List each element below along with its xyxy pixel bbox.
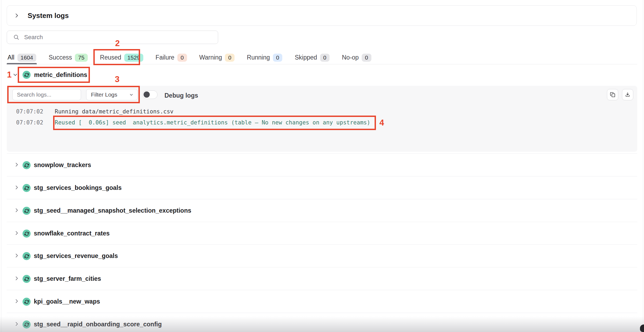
list-item-name: stg_services_bookings_goals	[34, 184, 122, 191]
expanded-item-name[interactable]: metric_definitions	[34, 71, 87, 79]
list-item[interactable]: snowflake_contract_rates	[7, 222, 637, 245]
tab-success[interactable]: Success 75	[49, 51, 87, 64]
reused-seed-icon	[23, 184, 31, 192]
reused-seed-icon	[23, 71, 31, 79]
log-panel: Filter Logs Debug logs 07:07:02 Running …	[7, 86, 637, 152]
download-logs-button[interactable]	[622, 89, 633, 100]
debug-logs-label: Debug logs	[164, 92, 198, 99]
reused-seed-icon	[23, 207, 31, 215]
tab-count-badge: 0	[225, 54, 235, 62]
tab-count-badge: 0	[177, 54, 187, 62]
chevron-right-icon	[14, 298, 19, 304]
list-item-name: snowflake_contract_rates	[34, 230, 110, 237]
tab-label: Running	[247, 54, 270, 61]
tab-label: All	[8, 54, 14, 61]
search-logs-input[interactable]	[12, 89, 81, 100]
tab-count-badge: 0	[273, 54, 283, 62]
list-item-name: snowplow_trackers	[34, 161, 91, 169]
tab-failure[interactable]: Failure 0	[156, 51, 187, 64]
tab-label: Success	[49, 54, 72, 61]
chevron-right-icon	[14, 253, 19, 258]
reused-seed-icon	[23, 230, 31, 238]
chevron-right-icon	[14, 13, 20, 19]
page-title: System logs	[28, 12, 69, 20]
chevron-right-icon	[14, 230, 19, 236]
list-item[interactable]: stg_services_bookings_goals	[7, 176, 637, 199]
status-tabs: All 1604 Success 75 Reused 1529 Failure …	[7, 51, 637, 64]
list-item[interactable]: stg_seed__rapid_onboarding_score_config	[7, 313, 637, 332]
chevron-down-icon	[129, 93, 134, 97]
filter-logs-label: Filter Logs	[91, 91, 117, 98]
tab-label: Skipped	[295, 54, 317, 61]
list-item[interactable]: stg_server_farm_cities	[7, 267, 637, 290]
list-item[interactable]: kpi_goals__new_waps	[7, 290, 637, 313]
global-search	[7, 31, 218, 44]
filter-logs-dropdown[interactable]: Filter Logs	[86, 89, 138, 100]
reused-seed-icon	[23, 275, 31, 283]
reused-seed-icon	[23, 161, 31, 169]
tab-count-badge: 0	[320, 54, 330, 62]
log-timestamp: 07:07:02	[16, 108, 43, 115]
list-item-name: stg_seed__managed_snapshot_selection_exc…	[34, 207, 191, 214]
tab-running[interactable]: Running 0	[247, 51, 282, 64]
list-item[interactable]: stg_seed__managed_snapshot_selection_exc…	[7, 199, 637, 222]
scrollbar-track-edge	[643, 0, 643, 332]
search-icon	[13, 34, 20, 41]
list-item-name: kpi_goals__new_waps	[34, 298, 100, 305]
tab-count-badge: 1529	[124, 54, 143, 62]
reused-seed-icon	[23, 298, 31, 306]
tab-count-badge: 1604	[17, 54, 36, 62]
annotation-number-1: 1	[7, 71, 12, 79]
log-message-reused: Reused [ 0.06s] seed analytics.metric_de…	[55, 119, 370, 126]
tab-label: Warning	[199, 54, 222, 61]
chevron-right-icon	[14, 162, 19, 167]
tab-label: Reused	[100, 54, 121, 61]
chevron-right-icon	[14, 208, 19, 213]
tab-label: Failure	[156, 54, 174, 61]
log-timestamp: 07:07:02	[16, 119, 43, 126]
annotation-number-3: 3	[115, 75, 119, 84]
tab-noop[interactable]: No-op 0	[342, 51, 371, 64]
debug-logs-toggle[interactable]	[142, 90, 158, 99]
reused-seed-icon	[23, 320, 31, 329]
download-icon	[625, 92, 631, 98]
system-logs-header[interactable]: System logs	[7, 5, 637, 26]
list-item-name: stg_server_farm_cities	[34, 275, 101, 282]
chevron-right-icon	[14, 185, 19, 190]
list-item[interactable]: stg_services_revenue_goals	[7, 244, 637, 267]
cutoff-corner-widget	[640, 324, 644, 332]
list-item-name: stg_seed__rapid_onboarding_score_config	[34, 321, 162, 328]
chevron-down-icon[interactable]	[12, 72, 18, 78]
reused-seed-icon	[23, 252, 31, 260]
list-item[interactable]: snowplow_trackers	[7, 153, 637, 176]
page-left-divider	[1, 0, 1, 332]
chevron-right-icon	[14, 321, 19, 327]
log-message: Running data/metric_definitions.csv	[55, 108, 174, 115]
tab-warning[interactable]: Warning 0	[199, 51, 235, 64]
tab-count-badge: 75	[75, 54, 87, 62]
search-input[interactable]	[24, 34, 207, 41]
tab-skipped[interactable]: Skipped 0	[295, 51, 330, 64]
list-item-name: stg_services_revenue_goals	[34, 252, 118, 260]
toggle-knob	[144, 91, 150, 98]
tab-reused[interactable]: Reused 1529	[100, 51, 143, 64]
tab-label: No-op	[342, 54, 359, 61]
copy-logs-button[interactable]	[607, 89, 618, 100]
tab-all[interactable]: All 1604	[8, 51, 36, 64]
chevron-right-icon	[14, 276, 19, 281]
tab-count-badge: 0	[362, 54, 371, 62]
copy-icon	[610, 92, 616, 98]
